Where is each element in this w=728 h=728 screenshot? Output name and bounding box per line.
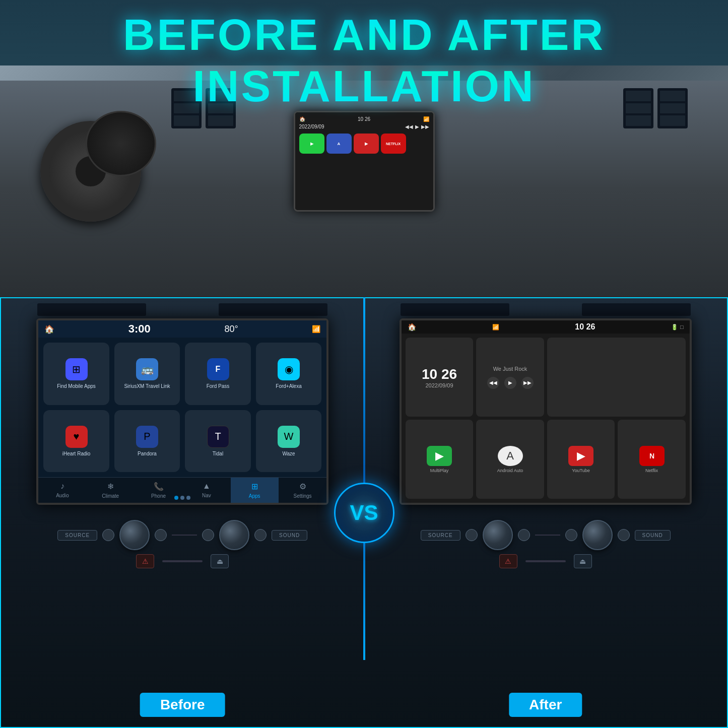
eject-button[interactable]: ⏏ (211, 554, 229, 568)
after-next-btn2[interactable] (618, 529, 630, 541)
after-time-card: 10 26 2022/09/09 (406, 338, 474, 417)
nav-icon: ▲ (203, 482, 211, 491)
after-app-androidauto[interactable]: A Android Auto (476, 420, 544, 499)
next-track-btn2[interactable] (254, 529, 267, 541)
before-top-vent-r (219, 303, 327, 316)
after-music-card: We Just Rock ◀◀ ▶ ▶▶ (476, 338, 544, 417)
music-title-label: We Just Rock (493, 366, 527, 372)
prev-btn[interactable]: ◀◀ (487, 377, 499, 389)
youtube-icon: ▶ (568, 446, 593, 466)
hazard-button[interactable]: ⚠ (136, 554, 154, 568)
sound-button[interactable]: SOUND (272, 530, 307, 541)
screen-apps-small: ▶ A ▶ NETFLIX (299, 134, 429, 154)
before-temp: 80° (224, 324, 238, 335)
before-app-tidal[interactable]: T Tidal (185, 410, 251, 473)
after-home-icon: 🏠 (408, 323, 416, 331)
left-knob[interactable] (119, 520, 150, 550)
settings-icon: ⚙ (299, 482, 306, 491)
music-controls: ◀◀ ▶ ▶▶ (487, 377, 534, 389)
netflix-label: Netflix (645, 468, 658, 473)
before-top-vent-l (37, 303, 146, 316)
divider-line (363, 297, 365, 660)
nav-settings[interactable]: ⚙ Settings (279, 478, 326, 503)
androidauto-icon: A (498, 446, 523, 466)
after-prev-btn2[interactable] (565, 529, 577, 541)
after-hazard-button[interactable]: ⚠ (499, 554, 517, 568)
instrument-cluster (86, 111, 156, 176)
main-title: BEFORE AND AFTER INSTALLATION (0, 9, 728, 112)
nav-climate-label: Climate (102, 493, 119, 499)
after-top-vent-l (401, 303, 509, 316)
nav-climate[interactable]: ❄ Climate (87, 478, 135, 503)
after-eject-button[interactable]: ⏏ (574, 554, 592, 568)
after-left-knob[interactable] (483, 520, 513, 550)
after-app-netflix[interactable]: N Netflix (618, 420, 686, 499)
nav-apps[interactable]: ⊞ Apps (231, 478, 279, 503)
phone-icon: 📞 (154, 482, 164, 491)
screen-top-bar: 🏠 10 26 📶 (299, 116, 429, 122)
fordalexa-icon: ◉ (278, 358, 300, 380)
nav-apps-label: Apps (249, 493, 260, 499)
after-top-vent-r (582, 303, 691, 316)
pandora-icon: P (136, 426, 158, 448)
after-status-bar: 🏠 📶 10 26 🔋 □ (402, 320, 690, 334)
iheart-label: iHeart Radio (62, 451, 91, 456)
after-app-multiplay[interactable]: ▶ MultiPlay (406, 420, 474, 499)
before-app-fordalexa[interactable]: ◉ Ford+Alexa (256, 343, 322, 405)
app-auto-small: A (326, 134, 352, 154)
after-panel: 🏠 📶 10 26 🔋 □ (364, 297, 729, 728)
before-app-pandora[interactable]: P Pandora (114, 410, 180, 473)
siriusxm-label: SiriusXM Travel Link (124, 383, 170, 389)
source-button[interactable]: SOURCE (57, 530, 97, 541)
nav-audio[interactable]: ♪ Audio (38, 478, 86, 503)
audio-icon: ♪ (60, 482, 64, 491)
androidauto-label: Android Auto (497, 468, 523, 473)
after-right-knob[interactable] (582, 520, 613, 550)
before-signal: 📶 (312, 325, 320, 333)
waze-label: Waze (282, 451, 295, 456)
fordpass-icon: F (207, 358, 229, 380)
before-apps-area: ⊞ Find Mobile Apps 🚌 SiriusXM Travel Lin… (38, 338, 326, 477)
dashboard-area: 🏠 10 26 📶 2022/09/09 ◀◀ ▶ ▶▶ (0, 81, 728, 297)
before-app-fordpass[interactable]: F Ford Pass (185, 343, 251, 405)
after-prev-btn[interactable] (466, 529, 478, 541)
after-source-button[interactable]: SOURCE (421, 530, 460, 541)
nav-nav-label: Nav (202, 493, 211, 498)
after-next-btn[interactable] (518, 529, 530, 541)
before-app-waze[interactable]: W Waze (256, 410, 322, 473)
prev-track-btn2[interactable] (202, 529, 214, 541)
nav-settings-label: Settings (293, 493, 311, 499)
before-app-iheart[interactable]: ♥ iHeart Radio (43, 410, 109, 473)
after-time: 10 26 (575, 322, 595, 332)
before-screen-container: 🏠 3:00 80° 📶 ⊞ Find Mobile Apps (36, 318, 328, 505)
iheart-icon: ♥ (65, 426, 88, 448)
after-hardware: SOURCE SOUND ⚠ ⏏ (397, 520, 694, 568)
before-app-findmobile[interactable]: ⊞ Find Mobile Apps (43, 343, 109, 405)
prev-track-btn[interactable] (102, 529, 114, 541)
before-app-siriusxm[interactable]: 🚌 SiriusXM Travel Link (114, 343, 180, 405)
after-sound-button[interactable]: SOUND (635, 530, 671, 541)
after-date-display: 2022/09/09 (425, 382, 453, 388)
play-btn[interactable]: ▶ (504, 377, 516, 389)
screen-content: 🏠 10 26 📶 2022/09/09 ◀◀ ▶ ▶▶ (295, 112, 433, 210)
multiplay-label: MultiPlay (430, 468, 449, 473)
tidal-label: Tidal (213, 451, 223, 456)
tidal-icon: T (207, 426, 229, 448)
find-mobile-label: Find Mobile Apps (57, 383, 96, 389)
after-status-icons: 📶 (492, 324, 499, 330)
youtube-label: YouTube (572, 468, 589, 473)
after-app-youtube[interactable]: ▶ YouTube (547, 420, 615, 499)
netflix-icon: N (639, 446, 665, 466)
next-btn[interactable]: ▶▶ (521, 377, 534, 389)
nav-audio-label: Audio (56, 493, 69, 498)
right-knob[interactable] (219, 520, 249, 550)
waze-icon: W (278, 426, 300, 448)
climate-icon: ❄ (107, 482, 114, 491)
before-hw-row1: SOURCE SOUND (34, 520, 331, 550)
after-label: After (509, 693, 582, 717)
fordalexa-label: Ford+Alexa (276, 383, 301, 389)
before-time: 3:00 (128, 322, 151, 336)
app-netflix-small: NETFLIX (381, 134, 406, 154)
next-track-btn[interactable] (155, 529, 167, 541)
nav-phone-label: Phone (151, 493, 166, 499)
